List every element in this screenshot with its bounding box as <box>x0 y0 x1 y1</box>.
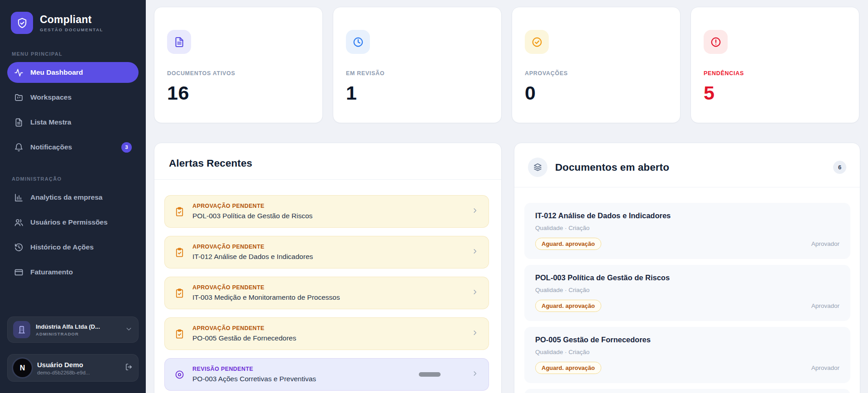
stat-card-documentos-ativos[interactable]: DOCUMENTOS ATIVOS 16 <box>154 7 323 123</box>
status-badge: Aguard. aprovação <box>535 362 601 374</box>
scrollbar-thumb[interactable] <box>419 372 441 377</box>
alert-item[interactable]: APROVAÇÃO PENDENTE IT-003 Medição e Moni… <box>164 277 489 309</box>
history-icon <box>14 243 24 252</box>
sidebar-item-label: Histórico de Ações <box>30 243 132 251</box>
stat-label: APROVAÇÕES <box>525 70 667 77</box>
brand-name: Compliant <box>40 14 103 26</box>
status-badge: Aguard. aprovação <box>535 238 601 250</box>
main-content: DOCUMENTOS ATIVOS 16 EM REVISÃO 1 APROVA… <box>146 0 868 393</box>
clipboard-check-icon <box>174 288 185 298</box>
document-meta: Qualidade · Criação <box>535 349 839 355</box>
notifications-badge: 3 <box>121 142 132 153</box>
alert-item[interactable]: APROVAÇÃO PENDENTE POL-003 Política de G… <box>164 195 489 228</box>
activity-icon <box>14 68 24 77</box>
clock-icon <box>352 36 364 48</box>
document-role: Aprovador <box>811 302 839 309</box>
sidebar-item-notificacoes[interactable]: Notificações 3 <box>7 137 139 158</box>
alert-type: REVISÃO PENDENTE <box>192 366 411 372</box>
sidebar-item-label: Notificações <box>30 143 115 151</box>
alert-doc: PO-003 Ações Corretivas e Preventivas <box>192 375 411 383</box>
app-root: Compliant GESTÃO DOCUMENTAL MENU PRINCIP… <box>0 0 868 393</box>
chevron-right-icon <box>471 247 479 255</box>
stat-label: DOCUMENTOS ATIVOS <box>167 70 310 77</box>
alert-item[interactable]: APROVAÇÃO PENDENTE PO-005 Gestão de Forn… <box>164 317 489 350</box>
sidebar-item-historico[interactable]: Histórico de Ações <box>7 237 139 258</box>
logout-icon <box>125 363 133 371</box>
company-name: Indústria Alfa Ltda (D... <box>36 323 120 330</box>
documents-count-badge: 6 <box>833 161 846 174</box>
company-selector[interactable]: Indústria Alfa Ltda (D... ADMINISTRADOR <box>7 316 139 343</box>
alert-type: APROVAÇÃO PENDENTE <box>192 325 463 331</box>
document-title: POL-003 Política de Gestão de Riscos <box>535 273 839 282</box>
chevron-right-icon <box>471 288 479 296</box>
file-icon <box>14 118 24 127</box>
bar-chart-icon <box>14 193 24 202</box>
sidebar-item-usuarios[interactable]: Usuários e Permissões <box>7 212 139 233</box>
sidebar-item-label: Workspaces <box>30 93 132 101</box>
chevron-right-icon <box>471 206 479 215</box>
section-label-menu-principal: MENU PRINCIPAL <box>12 51 139 57</box>
user-name: Usuário Demo <box>37 361 120 369</box>
document-item[interactable]: PO-003 Ações Corretivas e Preventivas Qu… <box>524 389 850 393</box>
document-item[interactable]: PO-005 Gestão de Fornecedores Qualidade … <box>524 327 850 383</box>
chevron-down-icon <box>125 325 133 333</box>
alert-doc: IT-003 Medição e Monitoramento de Proces… <box>192 293 463 302</box>
document-meta: Qualidade · Criação <box>535 225 839 231</box>
stat-value: 16 <box>167 82 310 104</box>
stat-value: 1 <box>346 82 489 104</box>
sidebar-item-faturamento[interactable]: Faturamento <box>7 262 139 283</box>
document-item[interactable]: POL-003 Política de Gestão de Riscos Qua… <box>524 265 850 321</box>
document-role: Aprovador <box>811 364 839 371</box>
stat-card-pendencias[interactable]: PENDÊNCIAS 5 <box>691 7 859 123</box>
company-role: ADMINISTRADOR <box>36 331 120 336</box>
sidebar-item-lista-mestra[interactable]: Lista Mestra <box>7 112 139 133</box>
alert-type: APROVAÇÃO PENDENTE <box>192 203 463 209</box>
sidebar-item-label: Analytics da empresa <box>30 193 132 201</box>
layers-icon <box>533 163 542 172</box>
alerts-panel: Alertas Recentes APROVAÇÃO PENDENTE POL-… <box>154 143 502 393</box>
sidebar-item-label: Meu Dashboard <box>30 68 132 77</box>
alert-doc: PO-005 Gestão de Fornecedores <box>192 334 463 342</box>
alerts-list: APROVAÇÃO PENDENTE POL-003 Política de G… <box>154 180 501 391</box>
brand: Compliant GESTÃO DOCUMENTAL <box>7 12 139 34</box>
alert-item[interactable]: APROVAÇÃO PENDENTE IT-012 Análise de Dad… <box>164 236 489 268</box>
alert-item[interactable]: REVISÃO PENDENTE PO-003 Ações Corretivas… <box>164 358 489 391</box>
clipboard-check-icon <box>174 329 185 339</box>
sidebar-item-meu-dashboard[interactable]: Meu Dashboard <box>7 62 139 83</box>
chevron-right-icon <box>471 369 479 378</box>
users-icon <box>14 218 24 227</box>
alert-doc: IT-012 Análise de Dados e Indicadores <box>192 253 463 261</box>
alert-circle-icon <box>710 36 722 48</box>
stats-row: DOCUMENTOS ATIVOS 16 EM REVISÃO 1 APROVA… <box>154 7 860 123</box>
stat-card-em-revisao[interactable]: EM REVISÃO 1 <box>333 7 502 123</box>
folder-icon <box>14 93 24 102</box>
document-item[interactable]: IT-012 Análise de Dados e Indicadores Qu… <box>524 203 850 259</box>
documents-title: Documentos em aberto <box>555 162 825 173</box>
stat-label: EM REVISÃO <box>346 70 489 77</box>
shield-check-icon <box>11 12 33 34</box>
sidebar-item-analytics[interactable]: Analytics da empresa <box>7 187 139 208</box>
sidebar-item-label: Lista Mestra <box>30 118 132 126</box>
bell-icon <box>14 143 24 152</box>
stat-value: 5 <box>704 82 846 104</box>
user-card[interactable]: N Usuário Demo demo-d5b2268b-e9d... <box>7 354 139 382</box>
alert-doc: POL-003 Política de Gestão de Riscos <box>192 212 463 220</box>
logout-button[interactable] <box>125 363 133 373</box>
stat-card-aprovacoes[interactable]: APROVAÇÕES 0 <box>512 7 681 123</box>
sidebar-item-label: Usuários e Permissões <box>30 218 132 226</box>
avatar: N <box>13 359 32 377</box>
documents-list: IT-012 Análise de Dados e Indicadores Qu… <box>514 187 860 393</box>
status-badge: Aguard. aprovação <box>535 300 601 312</box>
sidebar: Compliant GESTÃO DOCUMENTAL MENU PRINCIP… <box>0 0 146 393</box>
sidebar-item-workspaces[interactable]: Workspaces <box>7 87 139 108</box>
document-meta: Qualidade · Criação <box>535 287 839 293</box>
alert-type: APROVAÇÃO PENDENTE <box>192 244 463 250</box>
document-role: Aprovador <box>811 240 839 247</box>
document-title: IT-012 Análise de Dados e Indicadores <box>535 211 839 220</box>
stat-label: PENDÊNCIAS <box>704 70 846 77</box>
document-title: PO-005 Gestão de Fornecedores <box>535 335 839 344</box>
alerts-title: Alertas Recentes <box>169 158 488 169</box>
document-icon <box>173 36 185 48</box>
chevron-right-icon <box>471 329 479 337</box>
clipboard-check-icon <box>174 206 185 217</box>
